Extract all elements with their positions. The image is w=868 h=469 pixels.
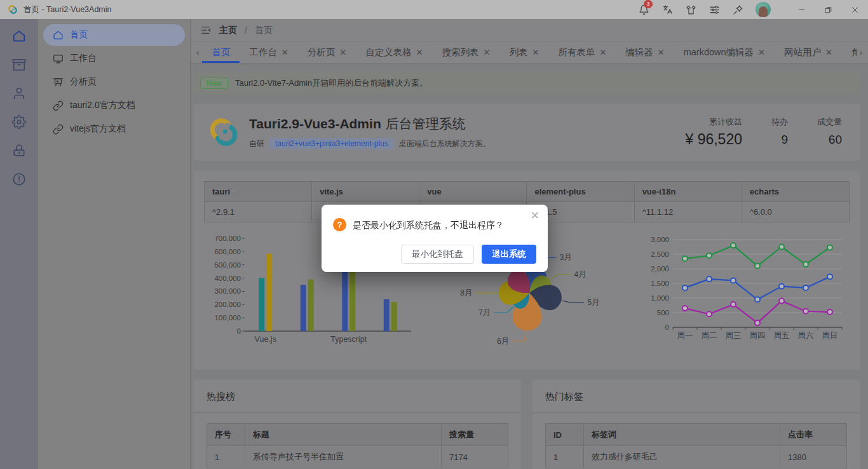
- rail-archive-icon[interactable]: [6, 53, 32, 76]
- tab-close-icon[interactable]: ✕: [339, 48, 346, 57]
- tab-工作台[interactable]: 工作台✕: [240, 42, 297, 63]
- maximize-button[interactable]: [815, 0, 841, 19]
- svg-text:400,000: 400,000: [214, 275, 241, 282]
- sidebar-item-工作台[interactable]: 工作台: [43, 48, 185, 69]
- svg-text:7月: 7月: [478, 308, 491, 317]
- hot-search-title: 热搜榜: [194, 379, 521, 413]
- tab-label: 自定义表格: [365, 46, 412, 58]
- tab-角色管理[interactable]: 角色管理: [842, 42, 857, 63]
- breadcrumb-root[interactable]: 主页: [219, 25, 237, 36]
- tab-close-icon[interactable]: ✕: [416, 48, 423, 57]
- rail-alert-circle-icon[interactable]: [6, 168, 32, 191]
- avatar[interactable]: [756, 2, 771, 17]
- tab-label: 角色管理: [851, 46, 857, 58]
- menu-fold-icon[interactable]: [201, 25, 212, 36]
- tab-close-icon[interactable]: ✕: [825, 48, 832, 57]
- deps-col-header: vite.js: [312, 182, 419, 202]
- table-cell: 1: [207, 446, 245, 468]
- svg-text:100,000: 100,000: [214, 314, 241, 322]
- hero-sub-prefix: 自研: [249, 139, 264, 149]
- tab-网站用户[interactable]: 网站用户✕: [775, 42, 842, 63]
- sidebar: 首页工作台分析页tauri2.0官方文档vitejs官方文档: [38, 19, 191, 469]
- tab-close-icon[interactable]: ✕: [484, 48, 491, 57]
- deps-cell: ^6.0.0: [742, 202, 849, 222]
- sidebar-item-tauri2.0官方文档[interactable]: tauri2.0官方文档: [43, 95, 185, 116]
- svg-text:0: 0: [665, 323, 669, 331]
- icon-rail: [0, 19, 38, 469]
- translate-icon[interactable]: [661, 4, 673, 15]
- table-col-header: 序号: [207, 424, 245, 446]
- svg-text:500: 500: [657, 309, 669, 316]
- dialog-close-icon[interactable]: ✕: [531, 210, 539, 221]
- tab-分析页[interactable]: 分析页✕: [298, 42, 356, 63]
- table-col-header: 标签词: [584, 424, 780, 446]
- rail-user-icon[interactable]: [6, 82, 32, 105]
- deps-col-header: vue: [419, 182, 527, 202]
- tab-label: 编辑器: [625, 46, 653, 58]
- stat-label: 累计收益: [685, 116, 742, 128]
- tab-close-icon[interactable]: ✕: [599, 48, 606, 57]
- rail-settings-icon[interactable]: [6, 111, 32, 133]
- notice-badge: New: [200, 78, 228, 89]
- deps-col-header: vue-i18n: [634, 182, 742, 202]
- sidebar-item-vitejs官方文档[interactable]: vitejs官方文档: [43, 118, 185, 140]
- tab-列表[interactable]: 列表✕: [499, 42, 548, 63]
- sidebar-item-分析页[interactable]: 分析页: [43, 71, 185, 93]
- tab-首页[interactable]: 首页: [202, 42, 240, 63]
- sidebar-item-label: vitejs官方文档: [70, 123, 126, 135]
- tab-label: markdown编辑器: [684, 46, 754, 58]
- tab-编辑器[interactable]: 编辑器✕: [616, 42, 674, 63]
- svg-text:2,500: 2,500: [651, 250, 669, 258]
- pin-icon[interactable]: [732, 4, 743, 15]
- tab-label: 所有表单: [558, 46, 595, 58]
- tab-markdown编辑器[interactable]: markdown编辑器✕: [674, 42, 775, 63]
- question-icon: ?: [333, 218, 346, 231]
- exit-system-button[interactable]: 退出系统: [482, 245, 536, 264]
- svg-text:3,000: 3,000: [651, 236, 669, 243]
- table-row: 1效力感什多研毛己1380: [546, 446, 847, 468]
- tshirt-icon[interactable]: [685, 4, 696, 15]
- stat-label: 成交量: [817, 116, 842, 128]
- tab-搜索列表[interactable]: 搜索列表✕: [433, 42, 500, 63]
- hot-tags-title: 热门标签: [532, 379, 860, 413]
- notice-text: Tauri2.0-Vite7-Admin开箱即用的后台前端解决方案。: [235, 78, 428, 89]
- svg-text:5月: 5月: [587, 298, 599, 307]
- tab-close-icon[interactable]: ✕: [532, 48, 539, 57]
- rail-home-icon[interactable]: [6, 25, 32, 48]
- close-button[interactable]: [841, 0, 868, 19]
- minimize-button[interactable]: [788, 0, 815, 19]
- sidebar-item-首页[interactable]: 首页: [43, 24, 185, 46]
- table-col-header: 标题: [245, 424, 442, 446]
- tab-close-icon[interactable]: ✕: [758, 48, 765, 57]
- tab-close-icon[interactable]: ✕: [281, 48, 288, 57]
- rail-lock-icon[interactable]: [6, 139, 32, 162]
- hero-title: Tauri2.9-Vue3-Admin后台管理系统: [249, 115, 491, 133]
- tab-所有表单[interactable]: 所有表单✕: [548, 42, 616, 63]
- tabs-scroll-right-icon[interactable]: ›: [857, 42, 865, 63]
- deps-col-header: element-plus: [527, 182, 634, 202]
- svg-text:700,000: 700,000: [214, 234, 241, 242]
- svg-text:周五: 周五: [774, 331, 790, 340]
- tab-自定义表格[interactable]: 自定义表格✕: [356, 42, 432, 63]
- breadcrumb-current: 首页: [255, 25, 273, 36]
- bell-icon[interactable]: 3: [638, 4, 649, 15]
- table-cell: 系传导声技子号半住如置: [245, 446, 442, 468]
- sliders-icon[interactable]: [709, 4, 720, 15]
- stat-value: ¥ 96,520: [685, 131, 742, 148]
- hot-search-table: 序号标题搜索量1系传导声技子号半住如置7174: [207, 423, 508, 468]
- notice-bar: New Tauri2.0-Vite7-Admin开箱即用的后台前端解决方案。: [194, 72, 860, 94]
- deps-col-header: tauri: [205, 182, 312, 202]
- svg-text:8月: 8月: [460, 289, 472, 297]
- minimize-to-tray-button[interactable]: 最小化到托盘: [401, 245, 474, 264]
- tab-label: 首页: [212, 46, 230, 58]
- breadcrumb-separator: /: [245, 25, 247, 36]
- line-chart: 05001,0001,5002,0002,5003,000周一周二周三周四周五周…: [636, 231, 850, 355]
- tab-close-icon[interactable]: ✕: [658, 48, 665, 57]
- tabs-scroll-left-icon[interactable]: ‹: [193, 42, 202, 63]
- stat-value: 60: [817, 133, 842, 147]
- svg-text:2,000: 2,000: [651, 265, 669, 273]
- svg-text:3月: 3月: [559, 253, 571, 262]
- tab-label: 列表: [509, 46, 527, 58]
- svg-text:1,000: 1,000: [651, 294, 669, 302]
- hero-card: Tauri2.9-Vue3-Admin后台管理系统 自研 tauri2+vue3…: [194, 104, 860, 161]
